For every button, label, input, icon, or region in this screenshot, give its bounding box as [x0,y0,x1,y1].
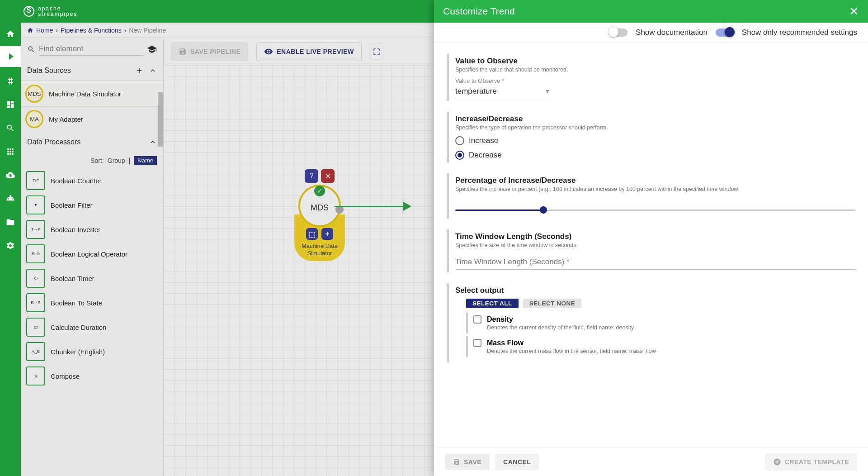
toggle-recommended[interactable] [716,29,734,37]
output-item: Density Denotes the current density of t… [466,313,855,333]
output-name: Density [487,315,513,324]
output-desc: Denotes the current density of the fluid… [487,324,855,331]
radio-decrease[interactable]: Decrease [455,151,855,160]
value-observe-select[interactable]: temperature ▼ [455,85,550,98]
section-title: Percentage of Increase/Decrease [455,176,855,185]
brand-name: streampipes [38,11,77,17]
section-time-window: Time Window Length (Seconds) Specifies t… [447,229,855,272]
drawer-title: Customize Trend [443,6,515,17]
dashboard-icon[interactable] [5,100,15,109]
output-item: Mass Flow Denotes the current mass flow … [466,336,855,357]
chevron-down-icon: ▼ [545,88,550,95]
section-title: Time Window Length (Seconds) [455,232,855,241]
output-desc: Denotes the current mass flow in the sen… [487,348,855,354]
radio-icon [455,151,464,160]
save-label: SAVE [464,458,481,466]
nav-rail [0,23,21,476]
customize-drawer: Customize Trend ✕ Show documentation Sho… [434,0,868,476]
section-select-output: Select output SELECT ALL SELECT NONE Den… [447,283,855,362]
drawer-header: Customize Trend ✕ [434,0,868,23]
logo-icon [24,6,34,17]
section-title: Increase/Decrease [455,114,855,124]
close-icon[interactable]: ✕ [849,5,859,19]
section-hint: Specifies the type of operation the proc… [455,124,855,131]
section-hint: Specifies the value that should be monit… [455,67,855,73]
settings-icon[interactable] [5,241,15,251]
connect-icon[interactable] [5,76,15,86]
create-template-button[interactable]: CREATE TEMPLATE [765,453,857,471]
drawer-body: Value to Observe Specifies the value tha… [434,43,868,447]
section-hint: Specifies the increase in percent (e.g.,… [455,186,855,192]
toggle-doc-label: Show documentation [636,28,708,37]
field-label: Value to Observe * [455,77,855,84]
cancel-label: CANCEL [503,458,531,466]
radio-increase[interactable]: Increase [455,136,855,145]
cancel-button[interactable]: CANCEL [495,454,539,470]
drawer-toggles: Show documentation Show only recommended… [434,23,868,43]
pipelines-icon[interactable] [0,46,21,67]
plus-circle-icon [773,458,781,466]
section-value-observe: Value to Observe Specifies the value tha… [447,54,855,101]
save-button[interactable]: SAVE [445,454,490,470]
section-title: Value to Observe [455,57,855,66]
select-none-button[interactable]: SELECT NONE [523,299,582,308]
home-icon[interactable] [5,29,15,39]
section-hint: Specifies the size of the time window in… [455,242,855,248]
time-window-input[interactable] [455,255,855,270]
template-label: CREATE TEMPLATE [785,458,849,466]
section-increase-decrease: Increase/Decrease Specifies the type of … [447,112,855,162]
toggle-documentation[interactable] [609,29,627,37]
section-title: Select output [455,286,855,295]
toggle-rec-label: Show only recommended settings [742,28,857,37]
radio-label: Decrease [469,151,502,160]
radio-label: Increase [469,136,498,145]
download-icon[interactable] [5,170,15,180]
section-percentage: Percentage of Increase/Decrease Specifie… [447,173,855,219]
checkbox[interactable] [473,315,481,324]
explorer-icon[interactable] [5,123,15,133]
percentage-slider[interactable] [455,205,855,216]
select-all-button[interactable]: SELECT ALL [466,299,519,308]
checkbox[interactable] [473,339,481,347]
save-icon [453,458,460,466]
select-value: temperature [455,87,497,96]
brand-logo: apache streampipes [24,6,77,17]
radio-icon [455,136,464,145]
files-icon[interactable] [5,217,15,227]
apps-icon[interactable] [5,147,15,157]
robot-icon[interactable] [5,194,15,204]
slider-thumb[interactable] [540,206,547,214]
output-name: Mass Flow [487,339,524,347]
drawer-footer: SAVE CANCEL CREATE TEMPLATE [434,447,868,476]
